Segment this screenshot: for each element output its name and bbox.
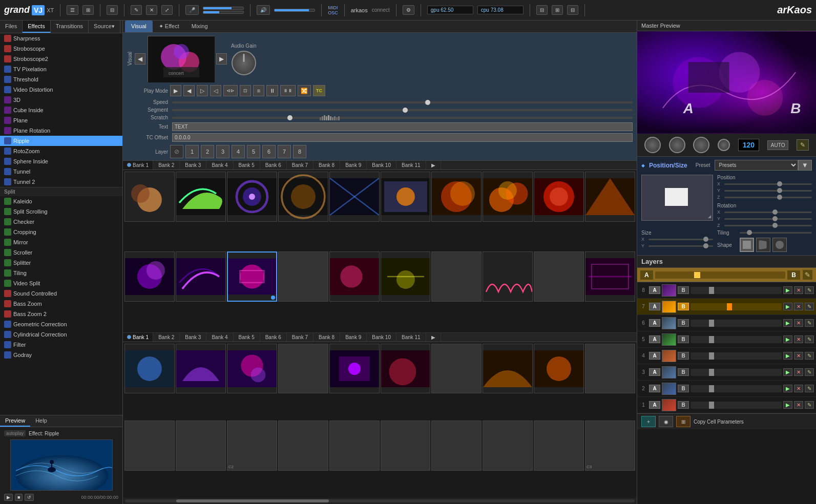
preview-stop-button[interactable]: ■ <box>15 494 23 501</box>
beats-button[interactable]: ⊞ <box>82 5 94 15</box>
layer-3-mix-thumb[interactable] <box>709 369 714 376</box>
bank-scroll-thumb[interactable] <box>176 499 329 502</box>
bank-bot-cell-2-5[interactable] <box>329 421 380 471</box>
layer-5-b-button[interactable]: B <box>678 335 689 343</box>
bank-cell-2-5[interactable] <box>329 251 380 302</box>
layer-8-edit-button[interactable]: ✎ <box>805 286 814 294</box>
tab-preview[interactable]: Preview <box>0 415 30 427</box>
layer-4-play-button[interactable]: ▶ <box>783 352 792 360</box>
effect-plane[interactable]: Plane <box>0 115 122 125</box>
auto-button[interactable]: AUTO <box>767 140 789 150</box>
bank-top-tab-1[interactable]: Bank 1 <box>123 161 153 170</box>
bank-top-tab-6[interactable]: Bank 6 <box>260 161 287 170</box>
bank-bottom-tab-7[interactable]: Bank 7 <box>287 333 313 342</box>
effect-stroboscope[interactable]: Stroboscope <box>0 44 122 54</box>
master-knob-2[interactable] <box>669 137 685 153</box>
layer-6-b-button[interactable]: B <box>678 319 689 327</box>
pos-y-slider[interactable] <box>724 190 812 192</box>
layer-6-edit-button[interactable]: ✎ <box>805 319 814 327</box>
layer-4-mix-slider[interactable] <box>691 352 782 360</box>
bank-top-tab-3[interactable]: Bank 3 <box>180 161 206 170</box>
effect-video-split[interactable]: Video Split <box>0 278 122 288</box>
rot-y-thumb[interactable] <box>772 216 778 221</box>
bank-bottom-tab-2[interactable]: Bank 2 <box>153 333 180 342</box>
bank-top-tab-2[interactable]: Bank 2 <box>153 161 180 170</box>
layer-2-edit-button[interactable]: ✎ <box>805 385 814 392</box>
bank-cell-1-4[interactable] <box>278 172 328 222</box>
effect-splitter[interactable]: Splitter <box>0 258 122 268</box>
layer-2-play-button[interactable]: ▶ <box>783 385 792 392</box>
layer-2-a-button[interactable]: A <box>649 385 660 392</box>
effect-kaleido[interactable]: Kaleido <box>0 196 122 206</box>
layer-3-edit-button[interactable]: ✎ <box>805 368 814 376</box>
bank-bot-cell-2-7[interactable] <box>431 421 482 471</box>
bank-cell-2-3[interactable] <box>227 251 277 302</box>
bank-bot-cell-1-6[interactable] <box>381 344 431 394</box>
effect-ripple[interactable]: Ripple <box>0 136 122 146</box>
bank-cell-2-2[interactable] <box>176 251 226 302</box>
layer-8-play-button[interactable]: ▶ <box>783 286 792 294</box>
effect-bass-zoom[interactable]: Bass Zoom <box>0 299 122 309</box>
rot-y-slider[interactable] <box>724 218 812 220</box>
bank-bot-cell-1-7[interactable] <box>431 344 482 394</box>
pos-z-thumb[interactable] <box>777 195 782 200</box>
layer-8-button[interactable]: 8 <box>293 145 306 158</box>
bank-cell-1-1[interactable] <box>124 172 175 222</box>
effect-cropping[interactable]: Cropping <box>0 227 122 237</box>
layer-7-delete-button[interactable]: ✕ <box>794 303 803 310</box>
layer-7-play-button[interactable]: ▶ <box>783 303 792 310</box>
play-random-button[interactable]: 🔀 <box>298 85 311 96</box>
play-pause-button[interactable]: ⏸ <box>266 85 278 96</box>
layer-4-mix-thumb[interactable] <box>709 352 714 360</box>
bank-top-tab-7[interactable]: Bank 7 <box>287 161 313 170</box>
prev-visual-button[interactable]: ◀ <box>135 53 145 65</box>
layer-3-delete-button[interactable]: ✕ <box>794 368 803 376</box>
size-x-slider[interactable] <box>648 239 713 240</box>
effect-3d[interactable]: 3D <box>0 95 122 105</box>
bank-cell-1-6[interactable] <box>381 172 431 222</box>
segment-slider[interactable] <box>172 109 633 111</box>
bank-top-tab-11[interactable]: Bank 11 <box>396 161 426 170</box>
bank-cell-2-4[interactable] <box>278 251 328 302</box>
bank-bot-cell-1-10[interactable] <box>585 344 635 394</box>
effect-tiling[interactable]: Tiling <box>0 268 122 278</box>
bank-bot-cell-2-8[interactable] <box>483 421 533 471</box>
bank-cell-1-5[interactable] <box>329 172 380 222</box>
layer-3-play-button[interactable]: ▶ <box>783 368 792 376</box>
effect-filter[interactable]: Filter <box>0 340 122 350</box>
layer-3-mix-slider[interactable] <box>691 369 782 376</box>
size-y-thumb[interactable] <box>703 243 708 248</box>
layer-1-mix-slider[interactable] <box>691 402 782 409</box>
tab-visual[interactable]: Visual <box>125 20 153 32</box>
master-knob-1[interactable] <box>644 137 661 153</box>
layer-5-edit-button[interactable]: ✎ <box>805 335 814 343</box>
layer-1-a-button[interactable]: A <box>649 401 660 409</box>
preset-arrow-button[interactable]: ▼ <box>798 160 812 171</box>
play-pingpong-button[interactable]: ⊲⊳ <box>223 85 238 96</box>
layer-5-mix-thumb[interactable] <box>709 336 714 343</box>
layer-3-b-button[interactable]: B <box>678 368 689 376</box>
bank-bottom-tab-6[interactable]: Bank 6 <box>260 333 287 342</box>
play-list-button[interactable]: ≡ <box>253 85 264 96</box>
bank-bot-cell-2-4[interactable] <box>278 421 328 471</box>
effect-bass-zoom-2[interactable]: Bass Zoom 2 <box>0 309 122 319</box>
bank-bot-cell-1-5[interactable] <box>329 344 380 394</box>
play-tc-button[interactable]: TC <box>313 85 325 96</box>
layer-2-mix-thumb[interactable] <box>709 385 714 392</box>
bank-cell-1-10[interactable] <box>585 172 635 222</box>
expand-button[interactable]: ⤢ <box>161 5 173 15</box>
bank-bottom-tab-5[interactable]: Bank 5 <box>234 333 260 342</box>
master-knob-3[interactable] <box>693 137 709 153</box>
bank-bottom-tab-10[interactable]: Bank 10 <box>367 333 396 342</box>
text-input[interactable] <box>172 122 633 131</box>
bank-bot-cell-2-1[interactable] <box>124 421 175 471</box>
layer-1-mix-thumb[interactable] <box>709 402 714 409</box>
layer-4-a-button[interactable]: A <box>649 352 660 360</box>
bank-bot-cell-1-4[interactable] <box>278 344 328 394</box>
effect-stroboscope2[interactable]: Stroboscope2 <box>0 54 122 64</box>
layer-7-a-button[interactable]: A <box>649 303 660 310</box>
play-reverse-once-button[interactable]: ◁ <box>210 85 221 96</box>
bank-bot-cell-2-6[interactable] <box>381 421 431 471</box>
layer-7-b-button[interactable]: B <box>678 303 689 310</box>
layer-6-a-button[interactable]: A <box>649 319 660 327</box>
